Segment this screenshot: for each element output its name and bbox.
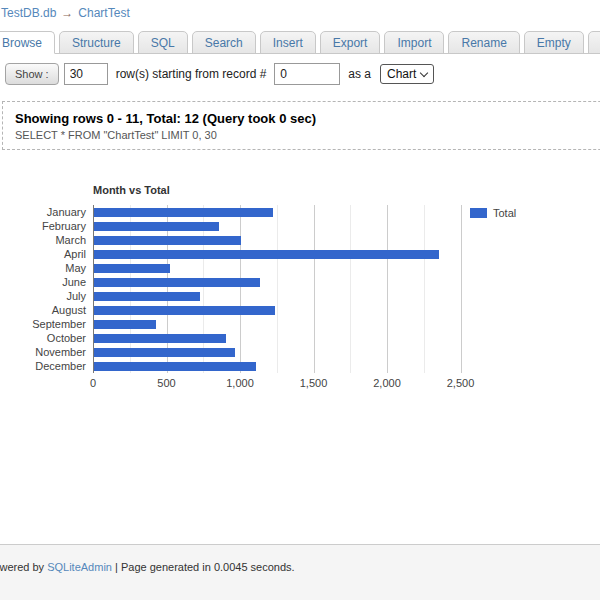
gridline	[167, 205, 168, 373]
view-select-value: Chart	[387, 67, 416, 81]
gridline	[314, 205, 315, 373]
bar-february	[94, 222, 219, 231]
rows-text-label: row(s) starting from record #	[116, 67, 267, 81]
footer: Powered by SQLiteAdmin | Page generated …	[0, 544, 600, 600]
x-tick-2500: 2,500	[447, 377, 475, 389]
x-tick-2000: 2,000	[373, 377, 401, 389]
as-a-label: as a	[348, 67, 371, 81]
tab-drop[interactable]: Drop	[588, 31, 600, 54]
gridline	[387, 205, 388, 373]
show-button[interactable]: Show :	[5, 63, 59, 85]
x-tick-0: 0	[90, 377, 96, 389]
y-label-june: June	[0, 275, 86, 289]
start-record-input[interactable]	[274, 63, 340, 85]
axis-baseline	[93, 205, 94, 373]
y-label-january: January	[0, 205, 86, 219]
tab-insert[interactable]: Insert	[260, 31, 316, 54]
x-tick-1000: 1,000	[226, 377, 254, 389]
tab-sql[interactable]: SQL	[138, 31, 188, 54]
gridline	[424, 205, 425, 373]
x-tick-500: 500	[157, 377, 175, 389]
breadcrumb: TestDB.db→ChartTest	[1, 6, 130, 20]
tab-bar: BrowseStructureSQLSearchInsertExportImpo…	[0, 30, 600, 54]
y-label-november: November	[0, 345, 86, 359]
page-generated-label: Page generated in 0.0045 seconds.	[121, 561, 295, 573]
chart-plot-area	[93, 205, 528, 373]
bar-march	[94, 236, 241, 245]
tab-empty[interactable]: Empty	[524, 31, 584, 54]
chevron-down-icon	[420, 68, 428, 76]
y-label-august: August	[0, 303, 86, 317]
y-label-july: July	[0, 289, 86, 303]
y-label-april: April	[0, 247, 86, 261]
gridline	[130, 205, 131, 373]
tab-import[interactable]: Import	[384, 31, 444, 54]
tab-rename[interactable]: Rename	[448, 31, 519, 54]
gridline	[277, 205, 278, 373]
y-label-february: February	[0, 219, 86, 233]
x-tick-1500: 1,500	[300, 377, 328, 389]
bar-november	[94, 348, 235, 357]
row-count-input[interactable]	[64, 63, 108, 85]
y-label-may: May	[0, 261, 86, 275]
bar-december	[94, 362, 256, 371]
breadcrumb-table-link[interactable]: ChartTest	[78, 6, 129, 20]
legend-swatch	[470, 208, 487, 218]
y-label-october: October	[0, 331, 86, 345]
sqliteadmin-link[interactable]: SQLiteAdmin	[47, 561, 112, 573]
tab-search[interactable]: Search	[192, 31, 256, 54]
tab-structure[interactable]: Structure	[59, 31, 134, 54]
legend-label: Total	[493, 207, 516, 219]
gridline	[350, 205, 351, 373]
gridline	[203, 205, 204, 373]
query-sql: SELECT * FROM "ChartTest" LIMIT 0, 30	[15, 129, 600, 141]
breadcrumb-arrow-icon: →	[61, 6, 73, 20]
y-label-september: September	[0, 317, 86, 331]
query-summary: Showing rows 0 - 11, Total: 12 (Query to…	[15, 111, 600, 126]
y-label-march: March	[0, 233, 86, 247]
tab-export[interactable]: Export	[320, 31, 381, 54]
chart-y-axis-labels: JanuaryFebruaryMarchAprilMayJuneJulyAugu…	[0, 205, 86, 373]
browse-controls: Show : row(s) starting from record # as …	[5, 63, 434, 85]
view-select[interactable]: Chart	[380, 64, 434, 84]
tab-list: BrowseStructureSQLSearchInsertExportImpo…	[0, 31, 600, 54]
footer-text: Powered by SQLiteAdmin | Page generated …	[0, 561, 600, 573]
chart-title: Month vs Total	[93, 184, 170, 196]
y-label-december: December	[0, 359, 86, 373]
bar-september	[94, 320, 156, 329]
bar-june	[94, 278, 260, 287]
bar-may	[94, 264, 170, 273]
bar-august	[94, 306, 275, 315]
gridline	[240, 205, 241, 373]
footer-separator: |	[115, 561, 118, 573]
bar-january	[94, 208, 273, 217]
gridline	[461, 205, 462, 373]
page: TestDB.db→ChartTest BrowseStructureSQLSe…	[0, 0, 600, 600]
chart-legend: Total	[470, 207, 516, 219]
query-result-box: Showing rows 0 - 11, Total: 12 (Query to…	[2, 101, 600, 150]
tab-browse[interactable]: Browse	[0, 31, 55, 54]
powered-by-label: Powered by	[0, 561, 44, 573]
bar-april	[94, 250, 439, 259]
bar-july	[94, 292, 200, 301]
bar-october	[94, 334, 226, 343]
breadcrumb-database-link[interactable]: TestDB.db	[1, 6, 56, 20]
